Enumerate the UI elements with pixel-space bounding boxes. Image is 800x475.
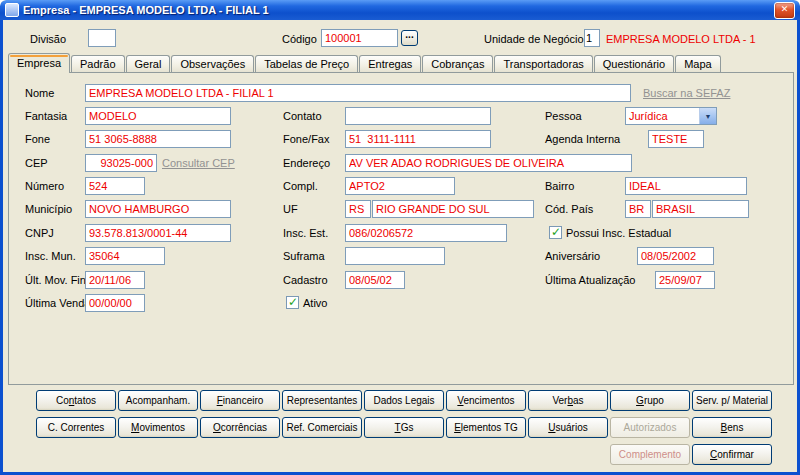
agenda-interna-label: Agenda Interna bbox=[545, 133, 620, 145]
fone-input[interactable] bbox=[85, 130, 231, 148]
check-icon: ✓ bbox=[551, 227, 561, 237]
elementos-tg-button[interactable]: Elementos TG bbox=[446, 417, 526, 438]
insc-est-input[interactable] bbox=[345, 224, 507, 242]
tab-tabelas-preco[interactable]: Tabelas de Preço bbox=[255, 55, 358, 72]
ultima-venda-label: Última Venda bbox=[25, 297, 90, 309]
tab-mapa[interactable]: Mapa bbox=[675, 55, 721, 72]
confirmar-button[interactable]: Confirmar bbox=[692, 444, 772, 465]
tab-cobrancas[interactable]: Cobranças bbox=[422, 55, 493, 72]
numero-input[interactable] bbox=[85, 177, 145, 195]
codigo-label: Código bbox=[282, 33, 317, 45]
unidade-negocio-input[interactable] bbox=[584, 29, 600, 47]
nome-label: Nome bbox=[25, 87, 54, 99]
tgs-button[interactable]: TGs bbox=[364, 417, 444, 438]
codigo-browse-button[interactable]: ... bbox=[401, 30, 418, 46]
titlebar: Empresa - EMPRESA MODELO LTDA - FILIAL 1… bbox=[0, 0, 800, 20]
tab-observacoes[interactable]: Observações bbox=[171, 55, 254, 72]
c-correntes-button[interactable]: C. Correntes bbox=[36, 417, 116, 438]
acompanham-button[interactable]: Acompanham. bbox=[118, 390, 198, 411]
divisao-label: Divisão bbox=[30, 33, 66, 45]
fonefax-label: Fone/Fax bbox=[283, 133, 329, 145]
ativo-label: Ativo bbox=[303, 297, 327, 309]
tab-entregas[interactable]: Entregas bbox=[359, 55, 421, 72]
tab-transportadoras[interactable]: Transportadoras bbox=[494, 55, 592, 72]
tab-bar: Empresa Padrão Geral Observações Tabelas… bbox=[8, 54, 722, 73]
pais-name-input[interactable] bbox=[652, 200, 749, 218]
verbas-button[interactable]: Verbas bbox=[528, 390, 608, 411]
cnpj-label: CNPJ bbox=[25, 227, 54, 239]
ref-comerciais-button[interactable]: Ref. Comerciais bbox=[282, 417, 362, 438]
contatos-button[interactable]: Contatos bbox=[36, 390, 116, 411]
bairro-label: Bairro bbox=[545, 180, 574, 192]
fone-label: Fone bbox=[25, 133, 50, 145]
pessoa-selected-value: Jurídica bbox=[626, 110, 699, 122]
fantasia-input[interactable] bbox=[85, 107, 231, 125]
ult-mov-fin-input[interactable] bbox=[85, 271, 145, 289]
cadastro-input[interactable] bbox=[345, 271, 405, 289]
dados-legais-button[interactable]: Dados Legais bbox=[364, 390, 444, 411]
button-row-1: Contatos Acompanham. Financeiro Represen… bbox=[36, 390, 772, 411]
vencimentos-button[interactable]: Vencimentos bbox=[446, 390, 526, 411]
cadastro-label: Cadastro bbox=[283, 274, 328, 286]
possui-insc-estadual-checkbox[interactable]: ✓ bbox=[549, 226, 562, 239]
codigo-input[interactable] bbox=[321, 29, 398, 47]
insc-mun-input[interactable] bbox=[85, 247, 165, 265]
municipio-input[interactable] bbox=[85, 200, 231, 218]
insc-mun-label: Insc. Mun. bbox=[25, 250, 76, 262]
pais-code-input[interactable] bbox=[625, 200, 651, 218]
button-row-2: C. Correntes Movimentos Ocorrências Ref.… bbox=[36, 417, 772, 438]
close-icon: ✕ bbox=[781, 4, 789, 14]
cep-input[interactable] bbox=[85, 154, 157, 172]
consultar-cep-link: Consultar CEP bbox=[162, 157, 235, 169]
grupo-button[interactable]: Grupo bbox=[610, 390, 690, 411]
ultima-atualizacao-label: Última Atualização bbox=[545, 274, 636, 286]
fonefax-input[interactable] bbox=[345, 130, 491, 148]
tab-padrao[interactable]: Padrão bbox=[71, 55, 124, 72]
contato-label: Contato bbox=[283, 110, 322, 122]
compl-input[interactable] bbox=[345, 177, 455, 195]
tab-questionario[interactable]: Questionário bbox=[594, 55, 674, 72]
movimentos-button[interactable]: Movimentos bbox=[118, 417, 198, 438]
tab-geral[interactable]: Geral bbox=[126, 55, 171, 72]
uf-label: UF bbox=[283, 203, 298, 215]
agenda-interna-input[interactable] bbox=[648, 130, 704, 148]
aniversario-label: Aniversário bbox=[545, 250, 600, 262]
uf-code-input[interactable] bbox=[345, 200, 371, 218]
pessoa-select[interactable]: Jurídica ▼ bbox=[625, 107, 717, 125]
nome-input[interactable] bbox=[85, 84, 631, 102]
complemento-button: Complemento bbox=[610, 444, 690, 465]
autorizados-button: Autorizados bbox=[610, 417, 690, 438]
financeiro-button[interactable]: Financeiro bbox=[200, 390, 280, 411]
bairro-input[interactable] bbox=[625, 177, 747, 195]
ultima-atualizacao-input[interactable] bbox=[655, 271, 715, 289]
check-icon: ✓ bbox=[288, 297, 298, 307]
bens-button[interactable]: Bens bbox=[692, 417, 772, 438]
cnpj-input[interactable] bbox=[85, 224, 231, 242]
suframa-label: Suframa bbox=[283, 250, 325, 262]
contato-input[interactable] bbox=[345, 107, 491, 125]
button-row-3: Complemento Confirmar bbox=[610, 444, 772, 465]
insc-est-label: Insc. Est. bbox=[283, 227, 328, 239]
tab-empresa[interactable]: Empresa bbox=[8, 53, 70, 73]
ativo-checkbox[interactable]: ✓ bbox=[286, 296, 299, 309]
close-button[interactable]: ✕ bbox=[774, 2, 795, 19]
compl-label: Compl. bbox=[283, 180, 318, 192]
representantes-button[interactable]: Representantes bbox=[282, 390, 362, 411]
ultima-venda-input[interactable] bbox=[85, 294, 145, 312]
ocorrencias-button[interactable]: Ocorrências bbox=[200, 417, 280, 438]
suframa-input[interactable] bbox=[345, 247, 445, 265]
app-icon bbox=[5, 3, 19, 17]
divisao-input[interactable] bbox=[88, 29, 116, 47]
cod-pais-label: Cód. País bbox=[545, 203, 593, 215]
pessoa-label: Pessoa bbox=[545, 110, 582, 122]
uf-name-input[interactable] bbox=[372, 200, 534, 218]
unidade-negocio-label: Unidade de Negócio bbox=[484, 33, 584, 45]
pessoa-dropdown-button[interactable]: ▼ bbox=[699, 108, 716, 124]
unidade-company-name: EMPRESA MODELO LTDA - 1 bbox=[606, 33, 756, 45]
aniversario-input[interactable] bbox=[637, 247, 714, 265]
serv-material-button[interactable]: Serv. p/ Material bbox=[692, 390, 772, 411]
ult-mov-fin-label: Últ. Mov. Fin. bbox=[25, 274, 89, 286]
endereco-input[interactable] bbox=[345, 154, 632, 172]
usuarios-button[interactable]: Usuários bbox=[528, 417, 608, 438]
possui-insc-estadual-label: Possui Insc. Estadual bbox=[566, 227, 671, 239]
